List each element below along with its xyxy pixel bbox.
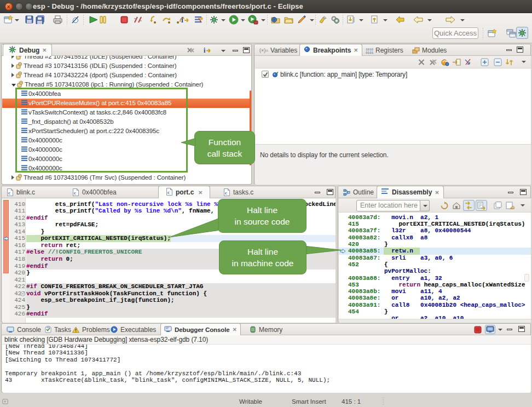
svg-text:c: c bbox=[8, 190, 10, 196]
svg-text:c: c bbox=[74, 190, 76, 196]
svg-text:i: i bbox=[204, 47, 206, 54]
svg-text:010: 010 bbox=[56, 21, 61, 24]
svg-text:(×)=: (×)= bbox=[259, 48, 268, 53]
svg-text:c: c bbox=[225, 190, 227, 196]
svg-text:i: i bbox=[181, 16, 183, 24]
svg-text:0101: 0101 bbox=[366, 50, 373, 54]
svg-text:c: c bbox=[167, 190, 170, 195]
